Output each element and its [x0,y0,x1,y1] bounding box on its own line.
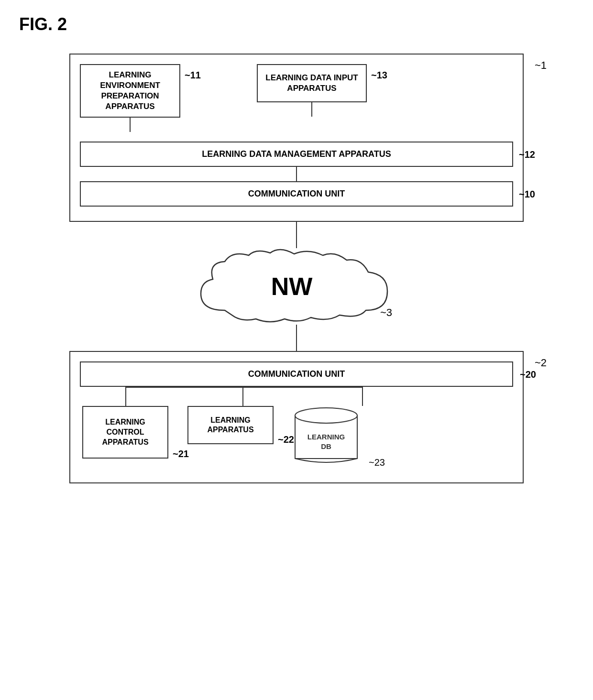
nw-area: NW ~3 [69,248,524,325]
ref-21-label: ~21 [173,448,189,460]
ref-10-label: ~10 [519,188,535,199]
sys1-nw-line [296,222,297,248]
lca-vline-top [125,387,126,406]
system-1-box: ~1 LEARNING ENVIRONMENT PREPARATION APPA… [69,54,524,222]
ldb-wrapper: LEARNING DB ~23 [290,406,362,468]
nw-content: NW [281,272,313,301]
svg-point-1 [295,408,357,423]
ref-12-label: ~12 [519,149,535,160]
nw-sys2-line [296,325,297,351]
bottom-hline [125,387,363,388]
comm-unit-1-box: COMMUNICATION UNIT ~10 [80,181,513,207]
diagram: ~1 LEARNING ENVIRONMENT PREPARATION APPA… [19,54,574,483]
page-content: FIG. 2 ~1 LEARNING ENVIRONMENT PREPARATI… [19,14,574,483]
ref-13-label: ~13 [371,69,387,81]
ldma-comm-vline [296,167,297,181]
top-row-system1: LEARNING ENVIRONMENT PREPARATION APPARAT… [80,64,513,132]
ldb-vline-top [362,387,363,406]
ref-23-label: ~23 [369,457,385,468]
ldia-box: LEARNING DATA INPUT APPARATUS ~13 [257,64,367,102]
comm-unit-2-wrapper: COMMUNICATION UNIT ~20 [80,361,513,387]
svg-text:DB: DB [321,442,331,450]
lca-wrapper: LEARNING CONTROL APPARATUS ~21 [80,406,171,459]
system-2-box: ~2 COMMUNICATION UNIT ~20 [69,351,524,483]
bottom-row: LEARNING CONTROL APPARATUS ~21 LEARNING … [80,406,513,468]
ref-3-label: ~3 [380,306,392,319]
ref-11-label: ~11 [185,69,201,81]
lepa-box: LEARNING ENVIRONMENT PREPARATION APPARAT… [80,64,180,118]
cloud-shape: NW ~3 [187,248,406,325]
ldma-box: LEARNING DATA MANAGEMENT APPARATUS ~12 [80,142,513,167]
ref-1-label: ~1 [535,59,547,72]
ref-20-label: ~20 [520,369,536,380]
lca-box: LEARNING CONTROL APPARATUS ~21 [82,406,168,459]
svg-text:LEARNING: LEARNING [307,433,345,441]
lepa-vline [130,118,131,132]
ref-2-label: ~2 [535,357,547,369]
comm-unit-1-wrapper: COMMUNICATION UNIT ~10 [80,181,513,207]
nw-label: NW [271,272,313,301]
ldia-vline [311,102,312,117]
la-vline-top [242,387,243,406]
bottom-connector-area [80,387,513,406]
la-wrapper: LEARNING APPARATUS ~22 [171,406,290,444]
comm-unit-2-box: COMMUNICATION UNIT ~20 [80,361,513,387]
ldma-wrapper: LEARNING DATA MANAGEMENT APPARATUS ~12 [80,142,513,181]
ldb-cylinder-svg: LEARNING DB [290,406,362,468]
ref-1-tilde: ~ [535,59,541,71]
la-box: LEARNING APPARATUS ~22 [187,406,274,444]
figure-title: FIG. 2 [19,14,574,34]
